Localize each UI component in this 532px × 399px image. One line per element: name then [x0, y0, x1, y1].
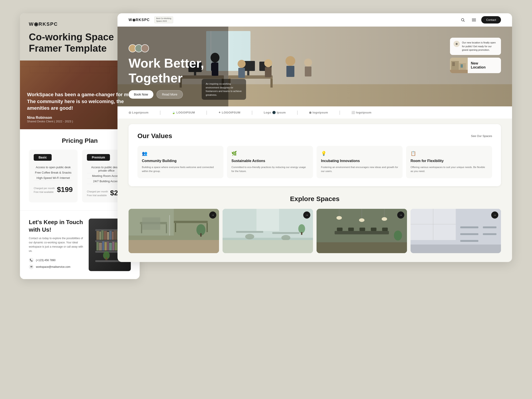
values-grid: 👥 Community Building Building a space wh… [137, 146, 492, 178]
svg-rect-75 [452, 62, 455, 66]
space-arrow-1[interactable]: → [209, 211, 216, 219]
svg-rect-15 [107, 232, 109, 240]
announcement-icon: ⊕ [454, 41, 460, 47]
svg-rect-91 [129, 209, 219, 253]
svg-rect-124 [460, 233, 478, 235]
svg-rect-18 [114, 230, 117, 240]
location-label: New Location [468, 59, 489, 72]
values-header: Our Values See Our Spaces [137, 132, 492, 140]
svg-rect-29 [115, 242, 117, 250]
plan-price-label: Charged per month Free trial available [34, 186, 55, 194]
contact-email-item: ✉ workspace@mailservice.com [29, 265, 83, 269]
testimonial-quote: WorkSpace has been a game-changer for me… [27, 91, 133, 112]
contact-phone-item: 📞 (+123) 456 7890 [29, 258, 83, 263]
svg-rect-126 [483, 226, 496, 228]
navbar-logo: W◉RKSPC [129, 18, 150, 22]
navbar-badge: Best Co-Working Space 2023 [154, 16, 173, 23]
svg-point-116 [394, 231, 402, 241]
svg-rect-28 [112, 242, 114, 250]
plan-basic-features: Access to open public desk Free Coffee B… [34, 165, 73, 181]
separator: | [160, 110, 161, 115]
svg-rect-128 [411, 245, 501, 253]
separator: | [206, 110, 207, 115]
testimonial-role: Shared Desks Client ( 2022 - 2023 ) [27, 120, 133, 123]
see-spaces-link[interactable]: See Our Spaces [471, 134, 492, 138]
separator: | [339, 110, 340, 115]
space-card-1[interactable]: → [129, 209, 219, 253]
partner-4: Logo 🌑 Ipsum [264, 111, 286, 114]
value-title-1: Community Building [142, 159, 219, 163]
announcement-card: ⊕ Our new location is finally open for p… [450, 38, 501, 55]
plan-basic-badge[interactable]: Basic [34, 154, 52, 161]
value-card-2: 🌿 Sustainable Actions Committed to eco-f… [227, 146, 313, 178]
svg-point-98 [298, 224, 305, 233]
values-title: Our Values [137, 132, 172, 140]
svg-rect-112 [348, 228, 354, 231]
value-title-3: Incubating Innovations [321, 159, 398, 163]
pricing-title: Pricing Plan [29, 137, 131, 144]
contact-title: Let's Keep in Touch with Us! [29, 219, 83, 234]
svg-rect-100 [256, 209, 279, 231]
svg-rect-13 [101, 230, 103, 240]
book-now-button[interactable]: Book Now [129, 90, 153, 99]
svg-rect-117 [317, 242, 407, 253]
value-desc-2: Committed to eco-friendly practices by r… [231, 165, 309, 173]
space-card-4[interactable]: → [411, 209, 501, 253]
svg-rect-114 [371, 228, 377, 231]
space-card-3[interactable]: → [317, 209, 407, 253]
main-headline: Co-working Space Framer Template [29, 32, 131, 54]
navbar: W◉RKSPC Best Co-Working Space 2023 [117, 13, 512, 27]
partner-2: 🍃 LOGOIPSUM [172, 111, 195, 114]
testimonial-author: Nina Robinson [27, 116, 133, 120]
svg-rect-127 [483, 233, 496, 235]
contact-left: Let's Keep in Touch with Us! Contact us … [29, 219, 83, 271]
svg-rect-22 [96, 242, 99, 250]
explore-section: Explore Spaces [117, 191, 512, 262]
space-arrow-2[interactable]: → [303, 211, 310, 219]
svg-point-37 [462, 18, 464, 21]
spaces-grid: → [129, 209, 501, 253]
location-card: New Location [450, 58, 501, 73]
menu-icon[interactable] [470, 16, 478, 24]
plan-basic-price: $199 [57, 185, 73, 194]
svg-rect-111 [337, 228, 343, 231]
contact-description: Contact us today to explore the possibil… [29, 236, 83, 253]
hero-section: Work Better, Together Book Now Read More… [117, 27, 512, 106]
svg-line-38 [464, 21, 465, 21]
hero-right-cards: ⊕ Our new location is finally open for p… [450, 38, 501, 73]
value-desc-1: Building a space where everyone feels we… [142, 165, 219, 173]
partners-bar: ◎ Logoipsum | 🍃 LOGOIPSUM | ✦ LOGOIPSUM … [117, 106, 512, 119]
partner-logo-icon: ◉ [309, 111, 312, 114]
search-icon[interactable] [459, 16, 467, 24]
svg-point-109 [382, 217, 387, 221]
contact-button[interactable]: Contact [481, 16, 501, 24]
svg-rect-95 [272, 232, 299, 234]
plan-premium-badge[interactable]: Premium [87, 154, 110, 161]
value-card-4: 📋 Room for Flexibility Offering various … [406, 146, 492, 178]
svg-rect-101 [222, 240, 313, 253]
partner-6: ⬜ logoipsum [351, 111, 372, 114]
svg-rect-17 [112, 231, 114, 240]
avatar-3 [141, 44, 149, 52]
svg-rect-26 [107, 242, 109, 250]
read-more-button[interactable]: Read More [157, 90, 183, 99]
value-title-2: Sustainable Actions [231, 159, 309, 163]
space-arrow-3[interactable]: → [397, 211, 404, 219]
hero-desc-text: An inspiring co-working environment desi… [206, 82, 242, 97]
hero-description: An inspiring co-working environment desi… [202, 79, 246, 100]
explore-title: Explore Spaces [129, 195, 501, 203]
partner-5: ◉ logoipsum [309, 111, 328, 114]
space-card-2[interactable]: → [222, 209, 313, 253]
svg-rect-23 [99, 242, 102, 250]
navbar-left: W◉RKSPC Best Co-Working Space 2023 [129, 16, 173, 23]
contact-info: 📞 (+123) 456 7890 ✉ workspace@mailservic… [29, 258, 83, 269]
testimonial-content: WorkSpace has been a game-changer for me… [27, 91, 133, 123]
flexibility-icon: 📋 [411, 151, 488, 156]
logo-text: W◉RKSPC [29, 21, 58, 27]
partner-3: ✦ LOGOIPSUM [218, 111, 241, 114]
brand-logo: W◉RKSPC [29, 21, 131, 27]
svg-rect-125 [460, 240, 478, 242]
space-arrow-4[interactable]: → [491, 211, 498, 219]
svg-rect-12 [99, 231, 101, 240]
value-desc-4: Offering various workspaces to suit your… [411, 165, 488, 173]
